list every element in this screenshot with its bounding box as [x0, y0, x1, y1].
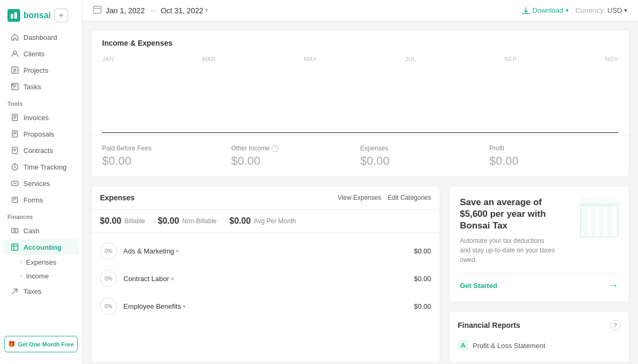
sidebar-item-dashboard[interactable]: Dashboard — [3, 29, 79, 45]
logo-icon — [7, 9, 20, 22]
sidebar-footer: 🎁 Get One Month Free — [0, 331, 82, 358]
table-row[interactable]: 0% Ads & Marketing ▾ $0.00 — [91, 237, 440, 265]
sidebar-item-projects[interactable]: Projects — [3, 62, 79, 78]
table-row[interactable]: 0% Employee Benefits ▾ $0.00 — [91, 292, 440, 320]
svg-rect-5 — [12, 84, 13, 86]
invoice-icon — [11, 113, 19, 122]
month-jul: JUL — [405, 56, 416, 62]
svg-rect-15 — [94, 6, 101, 13]
sidebar-item-time-tracking[interactable]: Time Tracking — [3, 159, 79, 175]
sidebar-item-label: Forms — [23, 196, 43, 204]
view-expenses-button[interactable]: View Expenses — [338, 194, 381, 201]
chart-canvas — [102, 64, 618, 133]
expenses-card: Expenses View Expenses Edit Categories $… — [91, 185, 440, 363]
sidebar-item-accounting[interactable]: Accounting — [3, 239, 79, 255]
sidebar-item-label: Contracts — [23, 147, 53, 155]
expense-amount-ads: $0.00 — [414, 247, 431, 255]
download-button[interactable]: Download ▾ — [522, 6, 569, 14]
contracts-icon — [11, 146, 19, 155]
page-content: Income & Expenses JAN MAR MAY JUL SEP NO… — [82, 21, 638, 364]
sidebar-item-label: Dashboard — [23, 33, 57, 41]
finances-section-title: Finances — [0, 208, 82, 222]
projects-icon — [11, 66, 19, 74]
chevron-down-icon: ▾ — [624, 7, 627, 14]
sidebar-item-label: Projects — [23, 66, 48, 74]
sidebar-item-label: Services — [23, 180, 50, 188]
expenses-summary: $0.00 Billable $0.00 Non-Billable $0.00 … — [91, 210, 440, 233]
info-icon[interactable]: ? — [272, 145, 279, 152]
list-item[interactable]: Profit & Loss Statement — [458, 337, 620, 354]
sidebar-item-taxes[interactable]: Taxes — [3, 283, 79, 299]
cash-icon — [11, 226, 19, 235]
stat-value: $0.00 — [360, 154, 490, 168]
expenses-actions: View Expenses Edit Categories — [338, 194, 431, 201]
logo-area: bonsai + — [0, 6, 82, 29]
sidebar-item-cash[interactable]: Cash — [3, 223, 79, 239]
sidebar-sub-item-expenses[interactable]: Expenses — [3, 256, 79, 269]
get-started-button[interactable]: Get Started — [460, 282, 497, 290]
pillar-icon — [578, 194, 620, 244]
report-name: Profit & Loss Statement — [473, 342, 545, 350]
arrow-right-icon[interactable]: → — [609, 280, 618, 291]
expense-name-contract: Contract Labor ▾ — [123, 275, 407, 283]
stat-value: $0.00 — [489, 154, 618, 168]
add-button[interactable]: + — [54, 9, 68, 22]
date-range: Jan 1, 2022 → Oct 31, 2022 ▾ — [93, 5, 208, 15]
date-arrow: → — [149, 6, 156, 15]
month-may: MAY — [304, 56, 317, 62]
income-expenses-title: Income & Expenses — [91, 30, 629, 52]
sidebar-item-forms[interactable]: Forms — [3, 192, 79, 208]
expense-pct-ads: 0% — [100, 242, 117, 259]
gift-icon: 🎁 — [8, 341, 15, 348]
income-expenses-card: Income & Expenses JAN MAR MAY JUL SEP NO… — [91, 30, 629, 177]
svg-rect-1 — [14, 12, 17, 19]
svg-rect-19 — [599, 205, 603, 237]
sidebar-sub-item-income[interactable]: Income — [3, 269, 79, 283]
financial-reports-card: Financial Reports ? Profit & Loss Statem… — [449, 311, 629, 363]
forms-icon — [11, 196, 19, 204]
expenses-title: Expenses — [100, 193, 135, 202]
svg-rect-20 — [607, 205, 611, 237]
tax-promo-footer: Get Started → — [460, 273, 618, 291]
bottom-grid: Expenses View Expenses Edit Categories $… — [91, 185, 629, 363]
get-free-button[interactable]: 🎁 Get One Month Free — [4, 336, 78, 352]
sidebar-item-invoices[interactable]: Invoices — [3, 109, 79, 125]
edit-categories-button[interactable]: Edit Categories — [388, 194, 431, 201]
tax-promo-title: Save an average of $5,600 per year with … — [460, 197, 556, 232]
home-icon — [11, 33, 19, 41]
taxes-icon — [11, 287, 19, 295]
expense-pct-contract: 0% — [100, 270, 117, 287]
sidebar-item-services[interactable]: Services — [3, 175, 79, 191]
date-end-dropdown[interactable]: Oct 31, 2022 ▾ — [161, 6, 208, 15]
help-icon[interactable]: ? — [610, 320, 620, 331]
time-tracking-icon — [11, 163, 19, 171]
sub-dot-expenses — [20, 261, 23, 264]
expense-name-employee: Employee Benefits ▾ — [123, 302, 407, 310]
expense-amount-employee: $0.00 — [414, 302, 431, 310]
table-row[interactable]: 0% Contract Labor ▾ $0.00 — [91, 265, 440, 292]
sidebar-item-label: Accounting — [23, 243, 62, 251]
tax-promo-description: Automate your tax deductions and stay up… — [460, 236, 556, 265]
month-nov: NOV — [605, 56, 618, 62]
stat-paid-before-fees: Paid Before Fees $0.00 — [102, 145, 231, 168]
month-jan: JAN — [102, 56, 114, 62]
main-content: Jan 1, 2022 → Oct 31, 2022 ▾ Download ▾ … — [82, 0, 638, 364]
month-sep: SEP — [504, 56, 517, 62]
currency-selector[interactable]: Currency: USD ▾ — [575, 6, 627, 14]
sidebar-item-proposals[interactable]: Proposals — [3, 126, 79, 142]
sidebar-item-clients[interactable]: Clients — [3, 46, 79, 62]
expense-name-ads: Ads & Marketing ▾ — [123, 247, 407, 255]
month-mar: MAR — [202, 56, 216, 62]
stat-value: $0.00 — [231, 154, 360, 168]
stat-label: Paid Before Fees — [102, 145, 231, 152]
sidebar-item-label: Clients — [23, 50, 45, 58]
sidebar-item-contracts[interactable]: Contracts — [3, 142, 79, 158]
sidebar-item-tasks[interactable]: Tasks — [3, 79, 79, 95]
right-panel: Save an average of $5,600 per year with … — [449, 185, 629, 363]
date-end: Oct 31, 2022 — [161, 6, 203, 15]
sidebar-item-label: Invoices — [23, 114, 49, 122]
chevron-down-icon: ▾ — [183, 303, 186, 309]
sidebar-sub-item-label: Expenses — [26, 258, 56, 266]
chevron-down-icon: ▾ — [171, 276, 174, 282]
chart-area: JAN MAR MAY JUL SEP NOV — [91, 52, 629, 133]
